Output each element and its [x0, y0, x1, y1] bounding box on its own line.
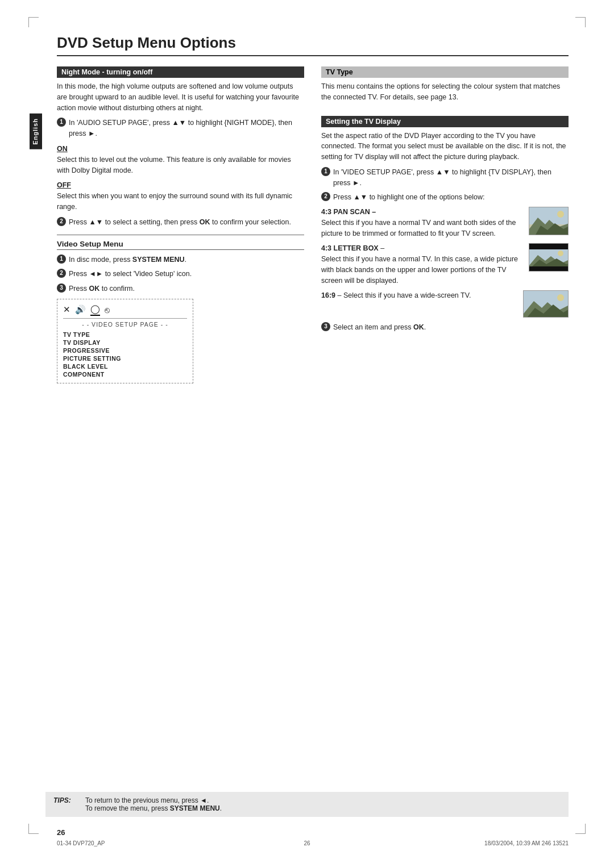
right-column: TV Type This menu contains the options f… — [321, 66, 569, 389]
letter-box-text: 4:3 LETTER BOX – Select this if you have… — [321, 243, 523, 286]
pan-scan-text: 4:3 PAN SCAN – Select this if you have a… — [321, 207, 523, 239]
divider — [57, 235, 304, 235]
video-step1-circle: 1 — [57, 254, 66, 264]
off-text: Select this when you want to enjoy the s… — [57, 191, 304, 212]
on-heading: ON — [57, 145, 304, 153]
menu-title: - - VIDEO SETUP PAGE - - — [63, 321, 187, 328]
corner-mark-bl — [28, 824, 39, 834]
tv-display-step3: 3 Select an item and press OK. — [321, 322, 569, 333]
icon-eject: ⎋ — [105, 305, 110, 315]
system-menu-label-tips: SYSTEM MENU — [170, 804, 220, 812]
night-mode-step1: 1 In 'AUDIO SETUP PAGE', press ▲▼ to hig… — [57, 118, 304, 139]
pan-scan-label: 4:3 PAN SCAN – — [321, 208, 376, 216]
step-2-circle: 2 — [57, 217, 66, 226]
video-step3-text: Press OK to confirm. — [69, 283, 135, 294]
letter-box-thumb — [529, 243, 569, 272]
corner-mark-tr — [575, 17, 586, 27]
letter-box-label: 4:3 LETTER BOX — [321, 244, 379, 252]
icon-x: ✕ — [63, 304, 70, 315]
tv-display-step2: 2 Press ▲▼ to highlight one of the optio… — [321, 192, 569, 203]
video-step2: 2 Press ◄► to select 'Video Setup' icon. — [57, 269, 304, 279]
ok-label: OK — [200, 218, 210, 226]
footer-left: 01-34 DVP720_AP — [57, 840, 105, 846]
off-heading: OFF — [57, 181, 304, 189]
svg-rect-10 — [529, 244, 569, 249]
corner-mark-br — [575, 824, 586, 834]
video-step1-text: In disc mode, press SYSTEM MENU. — [69, 254, 186, 265]
widescreen-label: 16:9 — [321, 291, 335, 299]
video-step2-circle: 2 — [57, 269, 66, 278]
tips-box: TIPS: To return to the previous menu, pr… — [45, 792, 569, 817]
svg-point-15 — [557, 294, 564, 301]
tv-display-step1: 1 In 'VIDEO SETUP PAGE', press ▲▼ to hig… — [321, 167, 569, 189]
setting-tv-display-header: Setting the TV Display — [321, 116, 569, 127]
night-mode-step2: 2 Press ▲▼ to select a setting, then pre… — [57, 217, 304, 228]
tv-type-header: TV Type — [321, 66, 569, 78]
menu-item-component: COMPONENT — [63, 370, 187, 378]
widescreen-text: 16:9 – Select this if you have a wide-sc… — [321, 290, 517, 301]
night-mode-header: Night Mode - turning on/off — [57, 66, 304, 78]
page-number: 26 — [57, 828, 65, 837]
page-title: DVD Setup Menu Options — [57, 34, 569, 56]
letter-box-image — [529, 244, 569, 272]
night-mode-intro: In this mode, the high volume outputs ar… — [57, 81, 304, 113]
pan-scan-image — [529, 207, 569, 235]
letter-box-label-suffix: – — [379, 244, 384, 252]
pan-scan-section: 4:3 PAN SCAN – Select this if you have a… — [321, 207, 569, 239]
menu-icons-row: ✕ 🔊 ◯ ⎋ — [63, 304, 187, 319]
page: English DVD Setup Menu Options Night Mod… — [0, 0, 614, 868]
ok-label-3: OK — [413, 323, 424, 331]
video-step2-text: Press ◄► to select 'Video Setup' icon. — [69, 269, 192, 279]
tv-display-step2-circle: 2 — [321, 192, 330, 201]
tv-display-step3-text: Select an item and press OK. — [333, 322, 426, 333]
widescreen-image — [524, 291, 569, 318]
menu-item-tv-type: TV TYPE — [63, 331, 187, 339]
tv-display-step3-circle: 3 — [321, 322, 330, 331]
svg-point-9 — [558, 251, 563, 256]
menu-item-progressive: PROGRESSIVE — [63, 347, 187, 354]
widescreen-section: 16:9 – Select this if you have a wide-sc… — [321, 290, 569, 318]
widescreen-thumb — [523, 290, 569, 318]
footer-center: 26 — [304, 840, 310, 846]
letter-box-section: 4:3 LETTER BOX – Select this if you have… — [321, 243, 569, 286]
pan-scan-desc: Select this if you have a normal TV and … — [321, 219, 516, 237]
svg-point-4 — [557, 211, 564, 218]
menu-item-picture-setting: PICTURE SETTING — [63, 354, 187, 362]
tv-type-text: This menu contains the options for selec… — [321, 81, 569, 103]
video-step3-circle: 3 — [57, 283, 66, 293]
setting-tv-display-intro: Set the aspect ratio of the DVD Player a… — [321, 131, 569, 162]
svg-rect-11 — [529, 266, 569, 272]
left-column: Night Mode - turning on/off In this mode… — [57, 66, 304, 389]
tv-display-step1-circle: 1 — [321, 167, 330, 176]
tv-display-step1-text: In 'VIDEO SETUP PAGE', press ▲▼ to highl… — [333, 167, 569, 189]
ok-label-2: OK — [89, 285, 99, 293]
tv-display-step2-text: Press ▲▼ to highlight one of the options… — [333, 192, 485, 203]
menu-screenshot: ✕ 🔊 ◯ ⎋ - - VIDEO SETUP PAGE - - TV TYPE… — [57, 299, 193, 383]
system-menu-label-1: SYSTEM MENU — [132, 256, 185, 264]
video-setup-title: Video Setup Menu — [57, 240, 304, 250]
menu-item-black-level: BLACK LEVEL — [63, 362, 187, 370]
tips-text: To return to the previous menu, press ◄.… — [85, 796, 222, 812]
icon-audio: 🔊 — [75, 304, 86, 315]
footer-right: 18/03/2004, 10:39 AM 246 13521 — [484, 840, 569, 846]
menu-item-tv-display: TV DISPLAY — [63, 339, 187, 347]
video-step3: 3 Press OK to confirm. — [57, 283, 304, 294]
night-mode-step2-text: Press ▲▼ to select a setting, then press… — [69, 217, 291, 228]
tips-line1: To return to the previous menu, press ◄. — [85, 796, 209, 804]
main-content: Night Mode - turning on/off In this mode… — [57, 66, 569, 389]
step-1-circle: 1 — [57, 118, 66, 127]
pan-scan-thumb — [529, 207, 569, 235]
corner-mark-tl — [28, 17, 39, 27]
night-mode-step1-text: In 'AUDIO SETUP PAGE', press ▲▼ to highl… — [69, 118, 304, 139]
tips-label: TIPS: — [53, 796, 76, 804]
icon-disc: ◯ — [90, 304, 100, 316]
on-text: Select this to level out the volume. Thi… — [57, 155, 304, 176]
sidebar-english-tab: English — [30, 114, 42, 149]
widescreen-desc: – Select this if you have a wide-screen … — [335, 291, 471, 299]
tips-line2: To remove the menu, press SYSTEM MENU. — [85, 804, 222, 812]
video-step1: 1 In disc mode, press SYSTEM MENU. — [57, 254, 304, 265]
